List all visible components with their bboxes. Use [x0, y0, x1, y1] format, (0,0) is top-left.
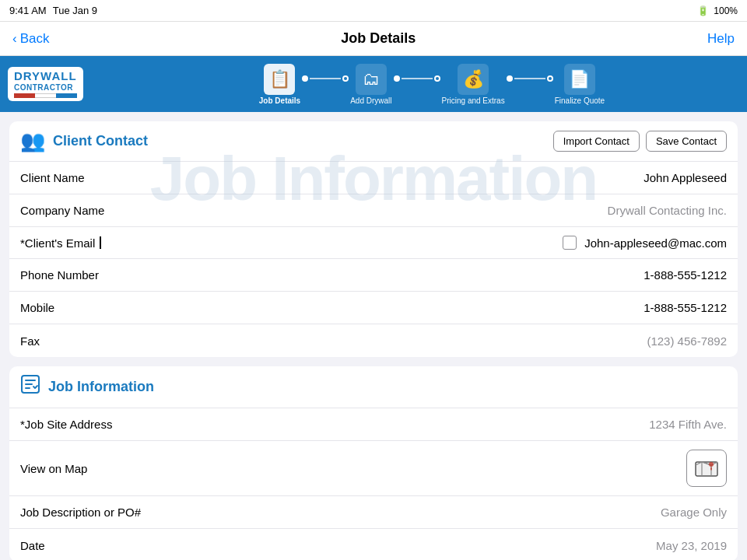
mobile-label: Mobile: [20, 301, 54, 314]
job-information-icon: [20, 374, 40, 400]
job-site-address-row: *Job Site Address 1234 Fifth Ave.: [9, 408, 738, 441]
wizard-bar: DRYWALL CONTRACTOR 📋 Job Details 🗂 Add D…: [0, 56, 747, 112]
connector-1: [300, 75, 350, 82]
date-value: May 23, 2019: [656, 539, 727, 552]
client-name-row: Client Name John Appleseed: [9, 162, 738, 194]
phone-number-value: 1-888-555-1212: [644, 268, 727, 282]
client-contact-title: Client Contact: [53, 133, 545, 149]
company-name-label: Company Name: [20, 204, 104, 217]
status-bar: 9:41 AM Tue Jan 9 🔋 100%: [0, 0, 747, 22]
date-row: Date May 23, 2019: [9, 529, 738, 560]
job-description-label: Job Description or PO#: [20, 506, 141, 519]
client-email-label: *Client's Email: [20, 236, 95, 250]
mobile-row: Mobile 1-888-555-1212: [9, 292, 738, 324]
company-name-value: Drywall Contacting Inc.: [608, 204, 727, 217]
back-button[interactable]: ‹ Back: [12, 31, 49, 47]
view-on-map-row: View on Map: [9, 441, 738, 496]
wizard-step-finalize[interactable]: 📄 Finalize Quote: [555, 64, 605, 105]
client-contact-card: 👥 Client Contact Import Contact Save Con…: [9, 121, 738, 357]
connector-3: [505, 75, 555, 82]
finalize-icon: 📄: [564, 64, 595, 95]
wizard-steps: 📋 Job Details 🗂 Add Drywall 💰 Pricing an…: [124, 64, 739, 105]
wizard-step-job-details[interactable]: 📋 Job Details: [259, 64, 300, 105]
logo-contractor: CONTRACTOR: [14, 83, 73, 92]
client-contact-actions: Import Contact Save Contact: [553, 131, 727, 152]
company-name-row: Company Name Drywall Contacting Inc.: [9, 194, 738, 227]
map-button[interactable]: [686, 450, 727, 487]
wizard-step-add-drywall[interactable]: 🗂 Add Drywall: [350, 64, 391, 105]
fax-value: (123) 456-7892: [647, 334, 727, 348]
email-checkbox[interactable]: [563, 236, 577, 250]
svg-point-2: [709, 462, 714, 467]
view-on-map-label: View on Map: [20, 462, 87, 475]
job-information-header: Job Information: [9, 366, 738, 408]
finalize-label: Finalize Quote: [555, 96, 605, 105]
mobile-value: 1-888-555-1212: [644, 301, 727, 314]
logo-box: DRYWALL CONTRACTOR: [8, 67, 83, 101]
page-title: Job Details: [341, 30, 416, 47]
job-details-icon: 📋: [264, 64, 295, 95]
main-content: Job Information 👥 Client Contact Import …: [0, 112, 747, 560]
phone-number-row: Phone Number 1-888-555-1212: [9, 259, 738, 292]
pricing-icon: 💰: [458, 64, 489, 95]
import-contact-button[interactable]: Import Contact: [553, 131, 640, 152]
email-cursor: [100, 236, 101, 249]
status-bar-right: 🔋 100%: [697, 5, 738, 16]
wizard-step-pricing[interactable]: 💰 Pricing and Extras: [442, 64, 505, 105]
client-name-value: John Appleseed: [644, 171, 727, 184]
logo-area: DRYWALL CONTRACTOR: [8, 67, 124, 101]
job-details-label: Job Details: [259, 96, 300, 105]
phone-number-label: Phone Number: [20, 268, 99, 282]
add-drywall-icon: 🗂: [356, 64, 387, 95]
back-label: Back: [20, 31, 50, 47]
status-time: 9:41 AM: [9, 5, 47, 16]
job-description-row: Job Description or PO# Garage Only: [9, 496, 738, 529]
client-name-label: Client Name: [20, 171, 85, 184]
client-email-row: *Client's Email John-appleseed@mac.com: [9, 227, 738, 259]
back-chevron-icon: ‹: [12, 31, 17, 47]
pricing-label: Pricing and Extras: [442, 96, 505, 105]
job-information-title: Job Information: [48, 379, 727, 395]
battery-icon: 🔋: [697, 5, 709, 16]
battery-level: 100%: [714, 5, 738, 16]
job-description-value: Garage Only: [661, 506, 727, 519]
logo-drywall: DRYWALL: [14, 70, 77, 83]
email-left: *Client's Email: [20, 236, 101, 250]
nav-bar: ‹ Back Job Details Help: [0, 22, 747, 56]
client-contact-icon: 👥: [20, 129, 45, 153]
logo-flag: [14, 93, 77, 98]
add-drywall-label: Add Drywall: [350, 96, 391, 105]
connector-2: [392, 75, 442, 82]
date-label: Date: [20, 539, 45, 552]
client-contact-header: 👥 Client Contact Import Contact Save Con…: [9, 121, 738, 162]
fax-row: Fax (123) 456-7892: [9, 324, 738, 357]
client-email-value: John-appleseed@mac.com: [584, 236, 727, 250]
job-site-address-label: *Job Site Address: [20, 418, 112, 431]
status-date: Tue Jan 9: [53, 5, 97, 16]
job-site-address-value: 1234 Fifth Ave.: [649, 418, 727, 431]
status-bar-left: 9:41 AM Tue Jan 9: [9, 5, 97, 16]
fax-label: Fax: [20, 334, 40, 348]
help-button[interactable]: Help: [707, 31, 735, 47]
save-contact-button[interactable]: Save Contact: [646, 131, 727, 152]
job-information-card: Job Information *Job Site Address 1234 F…: [9, 366, 738, 560]
